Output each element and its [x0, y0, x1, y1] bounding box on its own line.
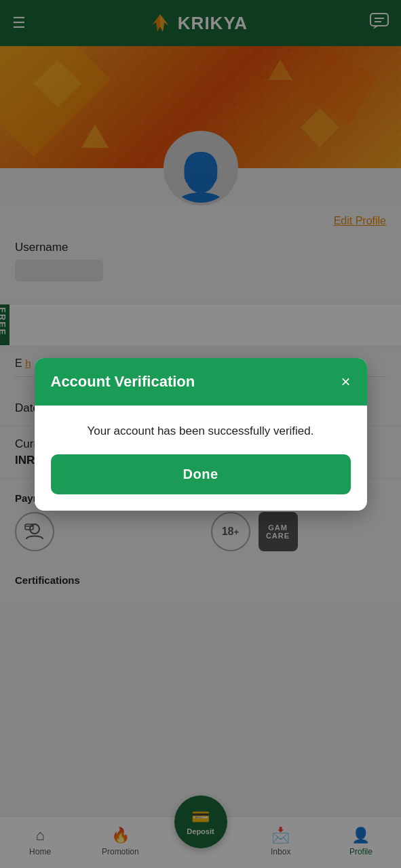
modal-title: Account Verification [51, 373, 195, 391]
modal-close-button[interactable]: × [341, 374, 350, 390]
modal-body: Your account has been successfully verif… [35, 406, 367, 511]
modal-message: Your account has been successfully verif… [51, 425, 351, 438]
modal-overlay: Account Verification × Your account has … [0, 0, 401, 868]
modal-done-button[interactable]: Done [51, 454, 351, 494]
account-verification-modal: Account Verification × Your account has … [35, 358, 367, 511]
modal-header: Account Verification × [35, 358, 367, 406]
